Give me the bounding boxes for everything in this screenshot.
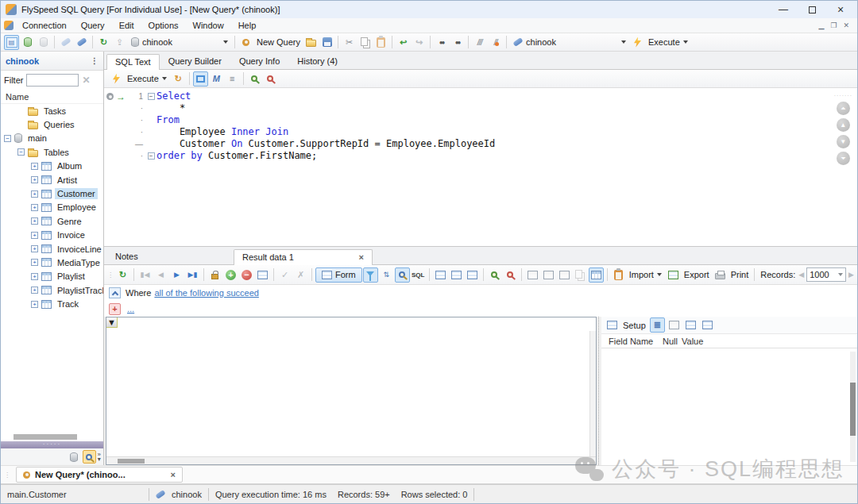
execute-icon-button[interactable] bbox=[630, 35, 645, 50]
tree-item-employee[interactable]: +Employee bbox=[1, 201, 103, 214]
close-icon[interactable]: × bbox=[171, 470, 176, 479]
clear-filter-icon[interactable]: ✕ bbox=[82, 75, 90, 86]
find-button[interactable]: ●● bbox=[434, 35, 449, 50]
view-list1-button[interactable] bbox=[525, 267, 540, 283]
grid-filter-dropdown[interactable]: ▼ bbox=[106, 317, 118, 328]
search-data-button[interactable] bbox=[395, 267, 410, 283]
collapse-icon[interactable]: − bbox=[17, 148, 25, 156]
view-table-button[interactable] bbox=[589, 267, 604, 283]
task-tab-new-query[interactable]: New Query* (chinoo... × bbox=[16, 467, 183, 483]
form-layout-band2-button[interactable] bbox=[700, 317, 715, 333]
menu-connection[interactable]: Connection bbox=[15, 19, 74, 32]
form-layout-grid-button[interactable] bbox=[667, 317, 682, 333]
close-icon[interactable]: × bbox=[359, 252, 364, 262]
view-copy-button[interactable] bbox=[573, 267, 588, 283]
delete-record-button[interactable]: − bbox=[239, 267, 254, 283]
grid-edit-button[interactable] bbox=[433, 267, 448, 283]
tree-item-track[interactable]: +Track bbox=[1, 297, 103, 310]
expand-icon[interactable]: + bbox=[31, 204, 38, 211]
scroll-up-button[interactable]: ▲ bbox=[837, 118, 850, 132]
next-record-button[interactable]: ▶ bbox=[169, 267, 184, 283]
tree-item-playlist[interactable]: +Playlist bbox=[1, 270, 103, 283]
grid-vscrollbar[interactable] bbox=[589, 331, 596, 456]
form-vscrollbar[interactable] bbox=[850, 352, 856, 462]
row-resize-button[interactable] bbox=[465, 267, 480, 283]
expand-icon[interactable]: + bbox=[31, 163, 38, 170]
code-text[interactable]: Employee Inner Join bbox=[157, 126, 288, 138]
zoom-out-data-button[interactable] bbox=[503, 267, 518, 283]
scrollbar-thumb[interactable] bbox=[850, 383, 856, 436]
maximize-button[interactable] bbox=[806, 4, 817, 15]
fold-icon[interactable]: − bbox=[148, 152, 155, 160]
collapse-filter-button[interactable] bbox=[109, 287, 121, 298]
editor-execute-icon[interactable] bbox=[109, 71, 124, 87]
expand-icon[interactable]: + bbox=[31, 190, 38, 198]
edit-connection-button[interactable] bbox=[58, 35, 73, 50]
editor-execute-button[interactable]: Execute bbox=[125, 74, 161, 83]
scroll-top-button[interactable]: ⏶ bbox=[837, 102, 850, 115]
first-record-button[interactable]: ▮◀ bbox=[137, 267, 153, 283]
menu-options[interactable]: Options bbox=[141, 19, 186, 32]
tree-item-album[interactable]: +Album bbox=[1, 160, 103, 173]
format-sql-button[interactable]: ↻ bbox=[171, 71, 186, 87]
tree-item-tables[interactable]: −Tables bbox=[1, 145, 103, 159]
object-tree-toggle-button[interactable]: ▤ bbox=[4, 35, 19, 50]
last-record-button[interactable]: ▶▮ bbox=[185, 267, 200, 283]
connection-combo[interactable]: chinook bbox=[128, 35, 231, 50]
sort-button[interactable]: ⇅ bbox=[379, 267, 394, 283]
tree-item-genre[interactable]: +Genre bbox=[1, 214, 103, 228]
expand-icon[interactable]: + bbox=[31, 232, 38, 239]
overflow-button[interactable]: »▾ bbox=[98, 452, 101, 462]
run-arrow-icon[interactable]: → bbox=[116, 93, 126, 101]
paste-button[interactable] bbox=[373, 35, 388, 50]
code-text[interactable]: Select bbox=[157, 90, 191, 102]
tab-history-4[interactable]: History (4) bbox=[288, 53, 346, 69]
database-view-button[interactable] bbox=[68, 450, 81, 464]
tree-item-invoiceline[interactable]: +InvoiceLine bbox=[1, 242, 103, 256]
mdi-minimize-button[interactable]: ▁ bbox=[818, 22, 824, 29]
code-text[interactable]: Customer On Customer.SupportRepId = Empl… bbox=[157, 138, 495, 150]
more-link[interactable]: ... bbox=[127, 304, 134, 314]
code-text[interactable]: * bbox=[157, 102, 185, 114]
expand-icon[interactable]: + bbox=[31, 217, 38, 225]
tree-item-customer[interactable]: +Customer bbox=[1, 187, 103, 200]
refresh-data-button[interactable]: ↻ bbox=[115, 267, 130, 283]
execute-button[interactable]: Execute bbox=[646, 37, 682, 47]
fold-icon[interactable]: − bbox=[148, 93, 155, 100]
expand-icon[interactable]: + bbox=[31, 301, 38, 308]
expand-icon[interactable]: + bbox=[31, 273, 38, 280]
prev-record-button[interactable]: ◀ bbox=[153, 267, 168, 283]
print-icon-button[interactable] bbox=[713, 267, 728, 283]
tree-item-mediatype[interactable]: +MediaType bbox=[1, 256, 103, 269]
wrap-button[interactable]: M bbox=[209, 71, 224, 87]
lock-button[interactable] bbox=[207, 267, 222, 283]
new-query-button[interactable]: New Query bbox=[254, 37, 303, 47]
collapse-icon[interactable]: − bbox=[4, 135, 11, 142]
copy-button[interactable] bbox=[358, 35, 373, 50]
view-list2-button[interactable] bbox=[541, 267, 556, 283]
export-icon-button[interactable] bbox=[666, 267, 681, 283]
expand-icon[interactable]: + bbox=[31, 245, 38, 252]
tab-query-builder[interactable]: Query Builder bbox=[160, 53, 230, 69]
filter-input[interactable] bbox=[26, 74, 79, 87]
setup-button[interactable]: Setup bbox=[620, 321, 648, 330]
editor-view-button[interactable] bbox=[193, 71, 208, 87]
records-next-icon[interactable]: ▶ bbox=[848, 271, 854, 279]
mdi-close-button[interactable]: ✕ bbox=[843, 22, 849, 29]
gear-icon[interactable] bbox=[106, 93, 114, 100]
disconnect-button[interactable] bbox=[36, 35, 51, 50]
cancel-edit-button[interactable]: ✗ bbox=[293, 267, 308, 283]
column-resize-button[interactable] bbox=[449, 267, 464, 283]
find-replace-button[interactable]: ●● bbox=[450, 35, 465, 50]
close-button[interactable]: × bbox=[835, 4, 846, 15]
mdi-restore-button[interactable]: ❐ bbox=[830, 22, 837, 29]
open-button[interactable] bbox=[303, 35, 319, 50]
commit-button[interactable]: ⇪ bbox=[112, 35, 127, 50]
result-grid[interactable]: ▼ bbox=[106, 317, 597, 465]
filter-button[interactable] bbox=[363, 267, 378, 283]
import-button[interactable]: Import bbox=[627, 270, 656, 279]
execute-dropdown-icon[interactable] bbox=[683, 40, 688, 44]
form-layout-band1-button[interactable] bbox=[683, 317, 698, 333]
form-layout-list-button[interactable]: ≣ bbox=[650, 317, 665, 333]
redo-button[interactable]: ↪ bbox=[412, 35, 427, 50]
